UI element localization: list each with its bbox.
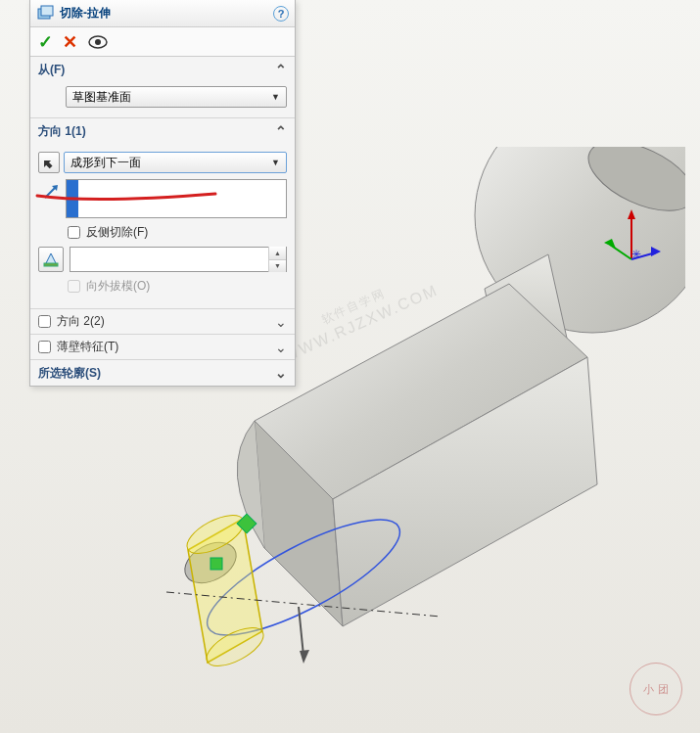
ok-button[interactable]: ✓ <box>38 31 53 53</box>
svg-line-18 <box>45 187 56 198</box>
action-row: ✓ ✕ <box>30 27 295 57</box>
svg-text:✳: ✳ <box>631 248 641 261</box>
spinner-down-icon[interactable]: ▼ <box>269 260 286 273</box>
section-direction1-header[interactable]: 方向 1(1) ⌃ <box>30 118 295 144</box>
cut-extrude-icon <box>36 5 54 23</box>
cancel-button[interactable]: ✕ <box>63 31 77 53</box>
draft-icon[interactable] <box>38 247 64 272</box>
end-condition-value: 成形到下一面 <box>70 155 141 171</box>
chevron-down-icon: ▼ <box>271 158 280 167</box>
section-direction1: 方向 1(1) ⌃ 成形到下一面 ▼ <box>30 118 295 309</box>
flip-side-label: 反侧切除(F) <box>86 224 148 241</box>
svg-point-17 <box>95 39 101 45</box>
reverse-direction-button[interactable] <box>38 152 60 173</box>
selected-contours-label: 所选轮廓(S) <box>38 365 101 382</box>
property-manager-panel: 切除-拉伸 ? ✓ ✕ 从(F) ⌃ 草图基准面 ▼ 方向 1(1) ⌃ <box>29 0 296 387</box>
svg-rect-19 <box>44 263 58 266</box>
corner-badge: 小 团 <box>630 663 682 715</box>
thin-feature-label: 薄壁特征(T) <box>57 339 118 355</box>
flip-side-checkbox[interactable] <box>68 226 80 239</box>
from-plane-dropdown[interactable]: 草图基准面 ▼ <box>66 86 287 108</box>
preview-toggle-icon[interactable] <box>87 34 109 50</box>
draft-spinner[interactable]: ▲ ▼ <box>268 247 286 272</box>
draft-outward-label: 向外拔模(O) <box>86 278 150 295</box>
section-from-label: 从(F) <box>38 62 65 78</box>
panel-title: 切除-拉伸 <box>60 5 267 22</box>
draft-faces-input[interactable]: ▲ ▼ <box>70 247 287 272</box>
panel-header: 切除-拉伸 ? <box>30 0 295 27</box>
chevron-down-icon: ▼ <box>271 92 280 102</box>
svg-rect-15 <box>41 6 53 16</box>
flip-side-row[interactable]: 反侧切除(F) <box>68 224 287 241</box>
section-from-header[interactable]: 从(F) ⌃ <box>30 57 295 82</box>
direction2-checkbox[interactable] <box>38 315 51 328</box>
draft-outward-row: 向外拔模(O) <box>68 278 287 295</box>
from-plane-value: 草图基准面 <box>72 89 131 106</box>
section-direction1-label: 方向 1(1) <box>38 123 86 140</box>
chevron-down-icon: ⌄ <box>275 314 287 330</box>
end-condition-dropdown[interactable]: 成形到下一面 ▼ <box>64 152 287 173</box>
draft-outward-checkbox <box>68 280 80 293</box>
view-triad[interactable]: ✳ <box>602 206 661 264</box>
svg-rect-7 <box>210 558 222 570</box>
chevron-up-icon: ⌃ <box>275 62 287 77</box>
direction-vector-icon <box>42 183 60 201</box>
selection-highlight <box>67 180 78 217</box>
help-icon[interactable]: ? <box>273 6 289 22</box>
section-direction2[interactable]: 方向 2(2) ⌄ <box>30 309 295 335</box>
chevron-down-icon: ⌄ <box>275 365 287 381</box>
thin-feature-checkbox[interactable] <box>38 341 51 353</box>
direction-reference-input[interactable] <box>66 179 287 218</box>
spinner-up-icon[interactable]: ▲ <box>269 247 286 260</box>
chevron-down-icon: ⌄ <box>275 340 287 355</box>
chevron-up-icon: ⌃ <box>275 123 287 139</box>
section-from: 从(F) ⌃ 草图基准面 ▼ <box>30 57 295 118</box>
section-thin-feature[interactable]: 薄壁特征(T) ⌄ <box>30 335 295 360</box>
section-selected-contours[interactable]: 所选轮廓(S) ⌄ <box>30 360 295 386</box>
direction2-label: 方向 2(2) <box>57 313 105 330</box>
